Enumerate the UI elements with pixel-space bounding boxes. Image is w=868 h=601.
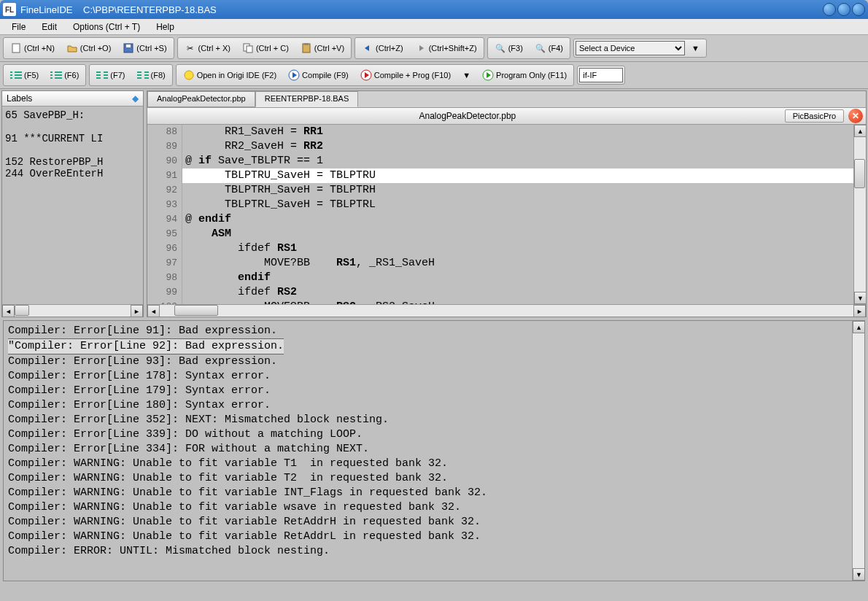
output-scrollbar-v[interactable]: ▲ ▼ [852, 321, 864, 581]
output-line[interactable]: Compiler: WARNING: Unable to fit variabl… [8, 515, 848, 530]
play-green-icon [482, 69, 494, 81]
output-panel: Compiler: Error[Line 91]: Bad expression… [3, 320, 865, 581]
outdent-f7-button[interactable]: (F7) [91, 66, 130, 84]
output-body[interactable]: Compiler: Error[Line 91]: Bad expression… [4, 321, 852, 581]
scroll-down-icon[interactable]: ▼ [853, 568, 865, 581]
search-icon: 🔍 [495, 42, 506, 54]
code-line[interactable]: MOVE?BB RS1, _RS1_SaveH [182, 256, 853, 271]
labels-panel: Labels ◆ 65 SavePBP_H: 91 ***CURRENT LI … [1, 90, 144, 317]
code-line[interactable]: TBLPTRH_SaveH = TBLPTRH [182, 183, 853, 198]
menu-help[interactable]: Help [149, 20, 182, 34]
scroll-up-icon[interactable]: ▲ [853, 321, 865, 333]
editor-filename: AnalogPeakDetector.pbp [150, 111, 785, 121]
code-line[interactable]: endif [182, 271, 853, 285]
code-line[interactable]: ifdef RS2 [182, 285, 853, 300]
output-line[interactable]: Compiler: ERROR: UNTIL: Mismatched block… [8, 544, 848, 559]
scroll-up-icon[interactable]: ▲ [854, 125, 866, 137]
paste-button[interactable]: (Ctrl +V) [295, 39, 349, 57]
output-line[interactable]: Compiler: WARNING: Unable to fit variabl… [8, 457, 848, 471]
svg-rect-6 [304, 43, 309, 45]
output-line[interactable]: Compiler: WARNING: Unable to fit variabl… [8, 530, 848, 544]
dropdown-arrow[interactable]: ▼ [457, 68, 476, 82]
code-line[interactable]: ifdef RS1 [182, 241, 853, 256]
code-line[interactable]: TBLPTRL_SaveH = TBLPTRL [182, 198, 853, 212]
output-line[interactable]: Compiler: Error[Line 179]: Syntax error. [8, 384, 848, 398]
find-button[interactable]: 🔍(F3) [489, 39, 528, 57]
indent-f5-button[interactable]: (F5) [5, 66, 44, 84]
code-lines[interactable]: RR1_SaveH = RR1 RR2_SaveH = RR2@ if Save… [182, 125, 853, 304]
editor-close-button[interactable]: ✕ [848, 109, 863, 123]
output-line[interactable]: Compiler: Error[Line 180]: Syntax error. [8, 398, 848, 413]
chevron-down-icon: ▼ [462, 71, 470, 80]
scroll-right-icon[interactable]: ► [131, 305, 143, 317]
quick-text-input[interactable] [579, 68, 623, 82]
save-icon [123, 42, 134, 54]
new-button[interactable]: (Ctrl +N) [5, 39, 60, 57]
code-line[interactable]: RR1_SaveH = RR1 [182, 125, 853, 139]
device-dropdown-icon[interactable]: ▼ [686, 41, 705, 55]
app-icon: FL [3, 3, 16, 16]
editor-scrollbar-v[interactable]: ▲ ▼ [853, 125, 866, 304]
undo-button[interactable]: (Ctrl+Z) [357, 39, 408, 57]
play-red-icon [360, 69, 372, 81]
output-line[interactable]: Compiler: WARNING: Unable to fit variabl… [8, 471, 848, 486]
editor-scrollbar-h[interactable]: ◄ ► [147, 304, 866, 317]
scroll-right-icon[interactable]: ► [853, 305, 866, 317]
svg-rect-4 [247, 46, 252, 53]
copy-button[interactable]: (Ctrl + C) [237, 39, 294, 57]
code-line[interactable]: TBLPTRU_SaveH = TBLPTRU [182, 168, 853, 183]
outdent-f8-button[interactable]: (F8) [132, 66, 171, 84]
code-line[interactable]: @ endif [182, 212, 853, 227]
code-line[interactable]: ASM [182, 227, 853, 241]
search-next-icon: 🔍 [535, 42, 546, 54]
scroll-left-icon[interactable]: ◄ [2, 305, 15, 317]
open-origi-button[interactable]: Open in Origi IDE (F2) [178, 66, 282, 84]
redo-button[interactable]: (Ctrl+Shift+Z) [410, 39, 482, 57]
compile-button[interactable]: Compile (F9) [283, 66, 354, 84]
minimize-icon[interactable] [823, 3, 836, 16]
tab-reenterpbp-18-bas[interactable]: REENTERPBP-18.BAS [255, 91, 359, 107]
menu-file[interactable]: File [4, 20, 33, 34]
editor-header: AnalogPeakDetector.pbp PicBasicPro ✕ [147, 107, 866, 125]
titlebar: FL FineLineIDE C:\PBP\REENTERPBP-18.BAS [0, 0, 868, 19]
open-button[interactable]: (Ctrl +O) [61, 39, 116, 57]
device-select[interactable]: Select a Device [576, 41, 685, 55]
output-line[interactable]: Compiler: WARNING: Unable to fit variabl… [8, 500, 848, 515]
close-icon[interactable] [852, 3, 865, 16]
clipboard-icon [301, 42, 312, 54]
output-line[interactable]: "Compiler: Error[Line 92]: Bad expressio… [8, 338, 848, 354]
svg-rect-0 [12, 44, 20, 53]
menu-edit[interactable]: Edit [34, 20, 64, 34]
code-area[interactable]: 888990919293949596979899100 RR1_SaveH = … [147, 125, 866, 304]
gutter: 888990919293949596979899100 [147, 125, 182, 304]
window-controls [823, 3, 865, 16]
play-icon [288, 69, 300, 81]
maximize-icon[interactable] [837, 3, 850, 16]
menu-options[interactable]: Options (Ctrl + T) [66, 20, 147, 34]
labels-list[interactable]: 65 SavePBP_H: 91 ***CURRENT LI 152 Resto… [2, 106, 143, 304]
scroll-left-icon[interactable]: ◄ [147, 305, 160, 317]
output-line[interactable]: Compiler: Error[Line 334]: FOR without a… [8, 442, 848, 457]
code-line[interactable]: RR2_SaveH = RR2 [182, 139, 853, 154]
output-line[interactable]: Compiler: Error[Line 93]: Bad expression… [8, 354, 848, 369]
compile-prog-button[interactable]: Compile + Prog (F10) [355, 66, 456, 84]
code-line[interactable]: @ if Save_TBLPTR == 1 [182, 154, 853, 168]
labels-scrollbar-h[interactable]: ◄ ► [2, 304, 143, 317]
output-line[interactable]: Compiler: Error[Line 352]: NEXT: Mismatc… [8, 413, 848, 427]
indent-f6-button[interactable]: (F6) [45, 66, 84, 84]
folder-open-icon [66, 42, 78, 54]
program-only-button[interactable]: Program Only (F11) [477, 66, 572, 84]
save-button[interactable]: (Ctrl +S) [117, 39, 171, 57]
cut-button[interactable]: ✂(Ctrl + X) [179, 39, 236, 57]
workspace: Labels ◆ 65 SavePBP_H: 91 ***CURRENT LI … [0, 89, 868, 319]
language-button[interactable]: PicBasicPro [785, 109, 844, 123]
output-line[interactable]: Compiler: Error[Line 91]: Bad expression… [8, 324, 848, 338]
find-next-button[interactable]: 🔍(F4) [530, 39, 568, 57]
output-line[interactable]: Compiler: Error[Line 178]: Syntax error. [8, 369, 848, 384]
tab-analogpeakdetector-pbp[interactable]: AnalogPeakDetector.pbp [147, 91, 255, 107]
labels-header[interactable]: Labels ◆ [2, 91, 143, 106]
scroll-down-icon[interactable]: ▼ [854, 292, 866, 304]
output-line[interactable]: Compiler: Error[Line 339]: DO without a … [8, 427, 848, 442]
indent-icon [50, 69, 62, 81]
output-line[interactable]: Compiler: WARNING: Unable to fit variabl… [8, 486, 848, 500]
